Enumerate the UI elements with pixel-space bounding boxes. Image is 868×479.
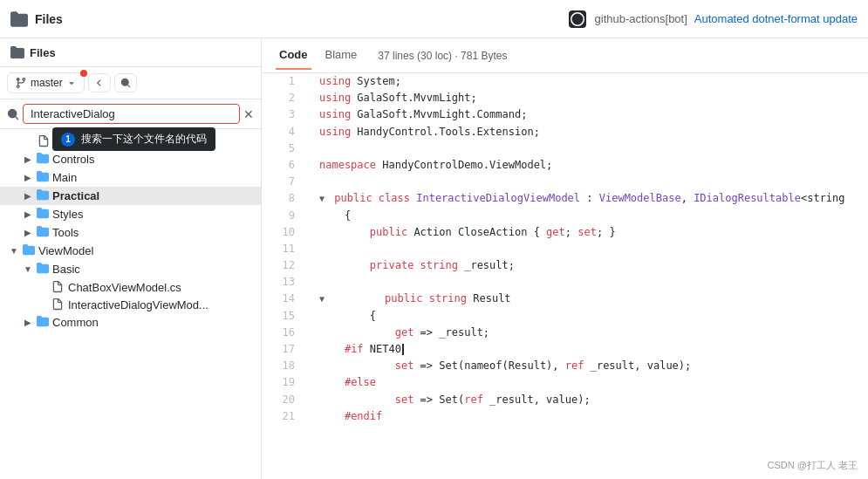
code-content[interactable]: 1 using System; 2 using GalaSoft.MvvmLig…	[262, 73, 868, 479]
line-code: get => _result;	[305, 325, 868, 341]
files-icon-small	[10, 45, 24, 59]
table-row: 5	[262, 140, 868, 157]
branch-name: master	[31, 77, 63, 89]
search-input[interactable]	[23, 104, 240, 124]
folder-chevron-styles: ▶	[21, 208, 35, 222]
table-row: 13	[262, 274, 868, 291]
line-number: 13	[262, 274, 305, 291]
folder-icon-main	[37, 170, 49, 185]
folder-icon-tools	[37, 225, 49, 240]
line-code: {	[305, 308, 868, 325]
tree-item-styles[interactable]: ▶ Styles	[0, 205, 261, 223]
branch-icon	[15, 77, 27, 89]
header-description: Automated dotnet-format update	[694, 12, 858, 25]
line-number: 7	[262, 174, 305, 190]
line-number: 14	[262, 291, 305, 307]
bot-name: github-actions[bot]	[595, 12, 687, 25]
line-number: 19	[262, 374, 305, 391]
folder-icon-controls	[37, 152, 49, 167]
tree-item-chatbox[interactable]: ChatBoxViewModel.cs	[0, 278, 261, 296]
sidebar-title: Files	[10, 45, 56, 59]
search-nav-btn[interactable]	[114, 73, 137, 92]
line-code: using System;	[305, 73, 868, 90]
collapse-chevron[interactable]: ▼	[319, 194, 325, 203]
page-header: Files github-actions[bot] Automated dotn…	[0, 0, 868, 38]
collapse-chevron[interactable]: ▼	[319, 294, 325, 304]
table-row: 15 {	[262, 308, 868, 325]
table-row: 12 private string _result;	[262, 257, 868, 274]
line-number: 5	[262, 140, 305, 157]
tree-item-practical[interactable]: ▶ Practical	[0, 187, 261, 205]
file-chevron	[21, 134, 35, 148]
line-code	[305, 274, 868, 291]
table-row: 9 {	[262, 208, 868, 224]
line-number: 17	[262, 341, 305, 358]
tree-item-interactivedialog[interactable]: InteractiveDialogViewMod...	[0, 296, 261, 313]
search-icon-nav	[120, 78, 131, 88]
watermark: CSDN @打工人 老王	[768, 459, 858, 472]
table-row: 20 set => Set(ref _result, value);	[262, 392, 868, 408]
line-code: ▼ public string Result	[305, 291, 868, 307]
line-number: 2	[262, 90, 305, 106]
line-number: 8	[262, 190, 305, 207]
bot-avatar	[569, 10, 586, 28]
file-chevron-interactivedialog	[35, 298, 49, 311]
table-row: 19 #else	[262, 374, 868, 391]
line-code: ▼ public class InteractiveDialogViewMode…	[305, 190, 868, 207]
sidebar-title-label: Files	[30, 46, 56, 59]
line-code: using GalaSoft.MvvmLight.Command;	[305, 106, 868, 123]
file-icon-interactivedialog	[51, 298, 65, 311]
file-chevron-chatbox	[35, 280, 49, 294]
table-row: 6 namespace HandyControlDemo.ViewModel;	[262, 157, 868, 174]
file-icon-chatbox	[51, 280, 65, 294]
tab-code[interactable]: Code	[276, 41, 311, 70]
file-doc-icon	[37, 134, 51, 148]
line-code: namespace HandyControlDemo.ViewModel;	[305, 157, 868, 174]
table-row: 7	[262, 174, 868, 190]
tree-item-controls[interactable]: ▶ Controls	[0, 150, 261, 168]
tree-item-label: ViewModel	[38, 244, 93, 257]
search-clear-btn[interactable]: ✕	[243, 107, 254, 121]
tree-item-main[interactable]: ▶ Main	[0, 168, 261, 187]
line-number: 20	[262, 392, 305, 408]
branch-selector[interactable]: master	[7, 72, 85, 93]
folder-chevron-basic: ▼	[21, 263, 35, 277]
chevron-down-icon	[66, 78, 77, 88]
table-row: 10 public Action CloseAction { get; set;…	[262, 224, 868, 241]
table-row: 4 using HandyControl.Tools.Extension;	[262, 124, 868, 140]
tree-item-label: InteractiveDialogViewMod...	[68, 298, 208, 311]
line-code	[305, 174, 868, 190]
search-tooltip: 1 搜索一下这个文件名的代码	[52, 127, 215, 151]
main-layout: Files master	[0, 38, 868, 479]
tree-item-tools[interactable]: ▶ Tools	[0, 223, 261, 242]
table-row: 18 set => Set(nameof(Result), ref _resul…	[262, 358, 868, 374]
folder-chevron-practical: ▶	[21, 189, 35, 203]
tree-item-label: Basic	[52, 263, 80, 276]
folder-icon-practical	[37, 188, 49, 203]
folder-chevron-tools: ▶	[21, 226, 35, 240]
line-code	[305, 140, 868, 157]
table-row: 1 using System;	[262, 73, 868, 90]
search-bar-container: ✕ 1 搜索一下这个文件名的代码	[0, 99, 261, 129]
folder-chevron-main: ▶	[21, 171, 35, 185]
code-table: 1 using System; 2 using GalaSoft.MvvmLig…	[262, 73, 868, 425]
line-code: #if NET40	[305, 341, 868, 358]
line-number: 4	[262, 124, 305, 140]
file-tree: TextDialogWithTimer.xaml.cs ▶ Controls ▶…	[0, 129, 261, 479]
tree-item-label: Styles	[52, 208, 83, 221]
sidebar-header: Files	[0, 38, 261, 67]
tree-item-common[interactable]: ▶ Common	[0, 313, 261, 332]
tree-item-basic[interactable]: ▼ Basic	[0, 260, 261, 278]
line-number: 1	[262, 73, 305, 90]
line-code: using GalaSoft.MvvmLight;	[305, 90, 868, 106]
line-number: 12	[262, 257, 305, 274]
folder-icon-common	[37, 315, 49, 330]
line-code: #endif	[305, 408, 868, 425]
tree-item-viewmodel[interactable]: ▼ ViewModel	[0, 242, 261, 260]
navigate-back-btn[interactable]	[88, 73, 111, 92]
line-number: 15	[262, 308, 305, 325]
tab-blame[interactable]: Blame	[322, 41, 361, 70]
line-number: 18	[262, 358, 305, 374]
file-sidebar: Files master	[0, 38, 262, 479]
line-code: set => Set(nameof(Result), ref _result, …	[305, 358, 868, 374]
